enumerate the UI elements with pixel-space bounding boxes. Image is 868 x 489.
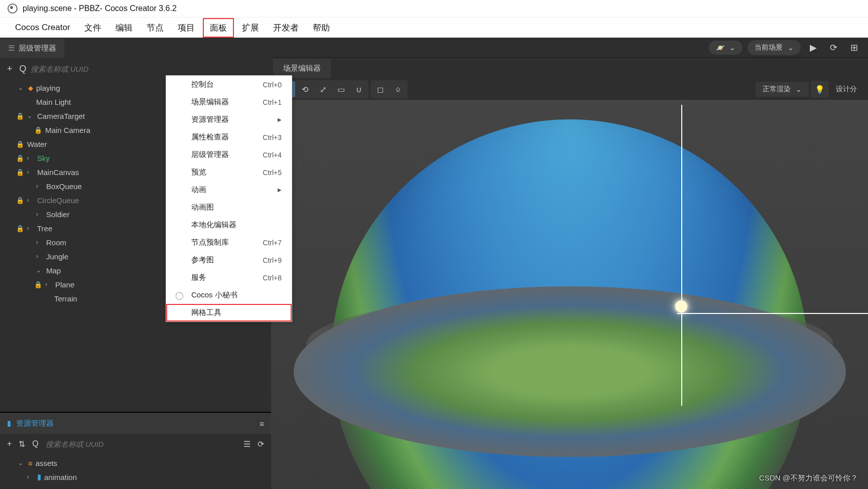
chevron-down-icon[interactable]: ⌄ — [27, 112, 34, 119]
dropdown-shortcut: Ctrl+1 — [263, 98, 282, 106]
rotate-tool[interactable]: ⟲ — [296, 81, 313, 97]
dropdown-item[interactable]: 网格工具 — [166, 304, 292, 321]
chevron-down-icon[interactable]: ⌄ — [18, 84, 25, 91]
chevron-right-icon[interactable]: › — [36, 183, 43, 190]
chevron-down-icon: ⌄ — [729, 44, 735, 52]
menu-node[interactable]: 节点 — [141, 19, 170, 37]
design-label: 设计分 — [831, 85, 862, 94]
lock-icon[interactable]: 🔒 — [34, 281, 42, 288]
gizmo-pill[interactable]: 🪐 ⌄ — [709, 41, 742, 55]
scale-tool[interactable]: ⤢ — [314, 81, 331, 97]
hierarchy-search-input[interactable] — [31, 65, 264, 73]
menu-project[interactable]: 项目 — [172, 19, 201, 37]
dropdown-item-label: 属性检查器 — [191, 132, 229, 142]
lock-icon[interactable]: 🔒 — [16, 140, 24, 148]
hierarchy-tab-label: 层级管理器 — [19, 44, 56, 53]
tree-item-label: Map — [46, 266, 61, 275]
scene-selector-label: 当前场景 — [755, 43, 783, 52]
dropdown-item[interactable]: 层级管理器Ctrl+4 — [166, 146, 292, 164]
dropdown-item[interactable]: 资源管理器 — [166, 111, 292, 128]
assets-tab[interactable]: ▮ 资源管理器 ≡ — [0, 413, 271, 434]
refresh-icon[interactable]: ⟳ — [258, 439, 264, 449]
chevron-down-icon[interactable]: ⌄ — [18, 459, 25, 466]
titlebar: playing.scene - PBBZ- Cocos Creator 3.6.… — [0, 0, 868, 18]
tree-item[interactable]: ›▮animation — [0, 470, 271, 484]
tree-item-label: Water — [27, 140, 47, 148]
render-mode-select[interactable]: 正常渲染 ⌄ — [756, 82, 809, 97]
chevron-right-icon[interactable]: › — [27, 169, 34, 176]
menu-developer[interactable]: 开发者 — [267, 19, 305, 37]
assets-search-input[interactable] — [46, 440, 236, 448]
dropdown-item-label: 服务 — [191, 273, 206, 282]
search-icon: Q — [20, 64, 27, 74]
chevron-right-icon[interactable]: › — [36, 253, 43, 260]
chevron-down-icon: ⌄ — [796, 85, 802, 93]
chevron-right-icon[interactable]: › — [27, 225, 34, 232]
chevron-right-icon[interactable]: › — [27, 154, 34, 161]
assets-menu-icon[interactable]: ≡ — [260, 419, 264, 428]
lock-icon[interactable]: 🔒 — [16, 169, 24, 176]
chevron-right-icon[interactable]: › — [45, 281, 52, 288]
add-asset-button[interactable]: + — [7, 439, 12, 448]
tree-item-label: Room — [46, 238, 66, 247]
lock-icon[interactable]: 🔒 — [16, 225, 24, 232]
pivot-tool[interactable]: ◻ — [371, 81, 389, 97]
dropdown-item[interactable]: 服务Ctrl+8 — [166, 269, 292, 286]
chevron-right-icon[interactable]: › — [27, 197, 34, 204]
dropdown-item[interactable]: 场景编辑器Ctrl+1 — [166, 93, 292, 111]
reload-button[interactable]: ⟳ — [826, 40, 841, 55]
dropdown-item[interactable]: 控制台Ctrl+0 — [166, 76, 292, 93]
dropdown-shortcut: Ctrl+4 — [263, 151, 282, 159]
dropdown-item[interactable]: 参考图Ctrl+9 — [166, 251, 292, 269]
sun-gizmo[interactable] — [675, 300, 687, 312]
menu-help[interactable]: 帮助 — [307, 19, 336, 37]
chevron-right-icon[interactable]: › — [36, 239, 43, 246]
hierarchy-icon: ☰ — [8, 44, 15, 53]
dropdown-item[interactable]: 预览Ctrl+5 — [166, 164, 292, 181]
scene-viewport[interactable]: CSDN @不努力谁会可怜你？ — [271, 100, 868, 489]
dropdown-item[interactable]: 节点预制库Ctrl+7 — [166, 234, 292, 251]
local-tool[interactable]: ⎐ — [390, 81, 407, 97]
scene-selector[interactable]: 当前场景 ⌄ — [748, 40, 801, 55]
axis-vertical — [681, 105, 682, 406]
dropdown-item[interactable]: Cocos 小秘书◯ — [166, 286, 292, 304]
tree-item[interactable]: ⌄≡assets — [0, 456, 271, 470]
anchor-tool[interactable]: ∪ — [350, 81, 367, 97]
menu-edit[interactable]: 编辑 — [109, 19, 139, 37]
dropdown-item[interactable]: 本地化编辑器 — [166, 216, 292, 234]
lock-icon[interactable]: 🔒 — [16, 197, 24, 204]
dropdown-item-label: 动画 — [191, 185, 206, 195]
menu-cocos[interactable]: Cocos Creator — [9, 20, 76, 36]
play-button[interactable]: ▶ — [806, 40, 821, 55]
dropdown-item[interactable]: 属性检查器Ctrl+3 — [166, 128, 292, 146]
light-toggle[interactable]: 💡 — [811, 81, 829, 98]
add-node-button[interactable]: + — [7, 64, 13, 74]
panel-dropdown: 控制台Ctrl+0场景编辑器Ctrl+1资源管理器属性检查器Ctrl+3层级管理… — [166, 75, 292, 322]
list-view-icon[interactable]: ☰ — [243, 439, 251, 449]
window-title: playing.scene - PBBZ- Cocos Creator 3.6.… — [23, 4, 177, 13]
layout-button[interactable]: ⊞ — [846, 40, 862, 55]
tree-item-label: Main Camera — [45, 126, 90, 134]
tree-item-label: BoxQueue — [46, 182, 82, 191]
hierarchy-tab[interactable]: ☰ 层级管理器 — [0, 39, 64, 58]
dropdown-item-label: Cocos 小秘书 — [191, 290, 237, 300]
dropdown-item[interactable]: 动画图 — [166, 199, 292, 216]
sort-icon[interactable]: ⇅ — [19, 439, 25, 449]
tree-item-label: MainCanvas — [37, 168, 79, 177]
avatar-icon: ◯ — [175, 291, 184, 300]
menu-file[interactable]: 文件 — [78, 19, 107, 37]
dropdown-shortcut: Ctrl+5 — [263, 169, 282, 177]
menu-panel[interactable]: 面板 — [203, 18, 234, 38]
chevron-right-icon[interactable]: › — [36, 211, 43, 218]
tree-item-label: Tree — [37, 224, 52, 233]
scene-top-toolbar: 🪐 ⌄ 当前场景 ⌄ ▶ ⟳ ⊞ — [271, 38, 868, 58]
lock-icon[interactable]: 🔒 — [34, 126, 42, 134]
tree-item-label: assets — [36, 459, 57, 467]
rect-tool[interactable]: ▭ — [332, 81, 349, 97]
lock-icon[interactable]: 🔒 — [16, 154, 24, 162]
chevron-right-icon[interactable]: › — [27, 473, 34, 480]
menu-extension[interactable]: 扩展 — [236, 19, 265, 37]
chevron-down-icon[interactable]: ⌄ — [36, 267, 43, 274]
dropdown-item[interactable]: 动画 — [166, 181, 292, 199]
lock-icon[interactable]: 🔒 — [16, 112, 24, 120]
